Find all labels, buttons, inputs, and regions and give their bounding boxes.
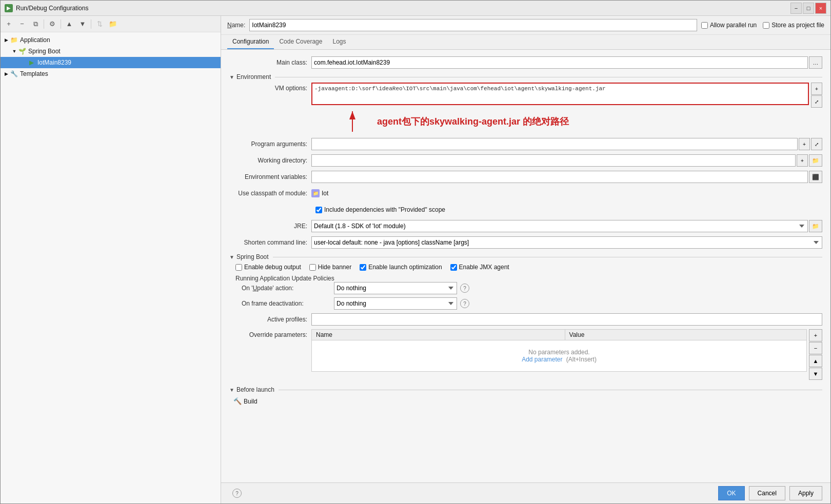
enable-launch-opt-checkbox[interactable]	[360, 264, 366, 271]
enable-debug-checkbox[interactable]	[235, 264, 242, 271]
include-deps-checkbox[interactable]	[315, 207, 322, 213]
move-up-override-button[interactable]: ▲	[809, 355, 822, 367]
store-as-project-checkbox[interactable]	[763, 22, 769, 29]
on-update-row: On 'Update' action: Do nothing Update re…	[242, 282, 822, 294]
environment-section-header: ▼ Environment	[229, 73, 822, 80]
add-override-param-button[interactable]: +	[809, 329, 822, 341]
store-as-project-label[interactable]: Store as project file	[763, 22, 824, 29]
window-title: Run/Debug Configurations	[16, 5, 790, 12]
env-vars-browse-button[interactable]: ⬛	[809, 171, 822, 183]
vm-expand-button[interactable]: +	[811, 83, 822, 95]
use-classpath-row: Use classpath of module: 📁 Iot agent包下的s…	[229, 187, 822, 200]
env-vars-row: Environment variables: ⬛	[229, 170, 822, 184]
toolbar-separator-3	[91, 19, 91, 29]
maximize-button[interactable]: □	[803, 3, 814, 14]
enable-launch-opt-label[interactable]: Enable launch optimization	[360, 264, 442, 271]
override-params-table: Name Value No parameters added. Add pa	[311, 329, 807, 372]
hide-banner-label[interactable]: Hide banner	[309, 264, 351, 271]
spring-boot-checkboxes: Enable debug output Hide banner Enable l…	[235, 264, 822, 271]
include-deps-row: Include dependencies with "Provided" sco…	[315, 203, 822, 216]
settings-button[interactable]: ⚙	[46, 18, 58, 30]
running-policies-title: Running Application Update Policies	[235, 275, 334, 282]
working-dir-browse-button[interactable]: 📁	[809, 154, 822, 167]
tab-code-coverage[interactable]: Code Coverage	[274, 35, 327, 49]
allow-parallel-checkbox[interactable]	[701, 22, 708, 29]
application-folder-icon: 📁	[10, 36, 18, 44]
tree-item-templates[interactable]: ▶ 🔧 Templates	[1, 68, 221, 79]
spring-boot-toggle[interactable]: ▼	[229, 254, 234, 260]
before-launch-section-title: Before launch	[236, 386, 274, 393]
allow-parallel-label[interactable]: Allow parallel run	[701, 22, 757, 29]
minimize-button[interactable]: −	[790, 3, 802, 14]
no-params-text: No parameters added.	[528, 349, 589, 356]
active-profiles-input[interactable]	[311, 313, 822, 326]
apply-button[interactable]: Apply	[789, 486, 822, 500]
move-down-override-button[interactable]: ▼	[809, 368, 822, 380]
add-param-shortcut: (Alt+Insert)	[566, 356, 597, 363]
before-launch-toggle[interactable]: ▼	[229, 387, 234, 393]
name-input[interactable]	[249, 19, 697, 31]
env-vars-input[interactable]	[311, 171, 808, 183]
enable-debug-label[interactable]: Enable debug output	[235, 264, 301, 271]
add-config-button[interactable]: +	[3, 18, 15, 30]
vm-options-input[interactable]: -javaagent:D:\sorf\ideaReo\IOT\src\main\…	[311, 83, 809, 105]
tab-logs[interactable]: Logs	[327, 35, 351, 49]
working-dir-input[interactable]	[311, 154, 796, 167]
application-arrow: ▶	[3, 36, 10, 44]
on-frame-select[interactable]: Do nothing Update resources	[334, 297, 457, 310]
cn-annotation-text: agent包下的skywalking-agent.jar 的绝对路径	[377, 115, 569, 128]
ok-button[interactable]: OK	[718, 486, 744, 500]
on-update-select[interactable]: Do nothing Update resources Update class…	[334, 282, 457, 294]
main-class-input[interactable]	[311, 56, 808, 69]
program-args-expand-button[interactable]: +	[799, 138, 810, 150]
add-param-link[interactable]: Add parameter	[522, 356, 562, 363]
on-frame-help-icon[interactable]: ?	[460, 299, 469, 308]
help-button[interactable]: ?	[232, 489, 242, 498]
window-controls: − □ ×	[790, 3, 826, 14]
hide-banner-text: Hide banner	[318, 264, 351, 271]
on-frame-label: On frame deactivation:	[242, 300, 334, 307]
include-deps-label[interactable]: Include dependencies with "Provided" sco…	[315, 206, 445, 213]
spring-boot-arrow: ▼	[11, 48, 18, 55]
bottom-left: ?	[229, 489, 242, 498]
templates-arrow: ▶	[3, 70, 10, 77]
store-as-project-text: Store as project file	[771, 22, 824, 29]
spring-boot-section-header: ▼ Spring Boot	[229, 253, 822, 260]
tree-item-application[interactable]: ▶ 📁 Application	[1, 34, 221, 46]
tree-item-spring-boot[interactable]: ▼ 🌱 Spring Boot	[1, 46, 221, 57]
tree-item-iotmain[interactable]: ▶ IotMain8239	[1, 57, 221, 68]
classpath-module-name: Iot	[322, 190, 328, 197]
working-dir-expand-button[interactable]: +	[797, 154, 808, 167]
move-up-button[interactable]: ▲	[63, 18, 75, 30]
on-update-help-icon[interactable]: ?	[460, 284, 469, 293]
move-down-button[interactable]: ▼	[76, 18, 89, 30]
enable-jmx-checkbox[interactable]	[450, 264, 457, 271]
override-name-col: Name	[312, 330, 565, 340]
iotmain-label: IotMain8239	[37, 59, 71, 66]
tab-configuration[interactable]: Configuration	[227, 35, 274, 49]
environment-toggle[interactable]: ▼	[229, 74, 234, 80]
remove-config-button[interactable]: −	[16, 18, 28, 30]
jre-select[interactable]: Default (1.8 - SDK of 'Iot' module)	[311, 220, 808, 232]
close-button[interactable]: ×	[815, 3, 826, 14]
templates-icon: 🔧	[10, 70, 18, 78]
remove-override-param-button[interactable]: −	[809, 342, 822, 354]
override-empty-row: No parameters added. Add parameter (Alt+…	[312, 340, 807, 372]
sort-button[interactable]: ⇅	[93, 18, 106, 30]
folder-button[interactable]: 📁	[107, 18, 119, 30]
cancel-button[interactable]: Cancel	[749, 486, 785, 500]
working-dir-row: Working directory: + 📁	[229, 154, 822, 167]
program-args-input[interactable]	[311, 138, 798, 150]
shorten-cmd-select[interactable]: user-local default: none - java [options…	[311, 236, 822, 249]
include-deps-text: Include dependencies with "Provided" sco…	[324, 206, 445, 213]
vm-collapse-button[interactable]: ⤢	[811, 95, 822, 108]
vm-actions: + ⤢	[810, 83, 822, 108]
hide-banner-checkbox[interactable]	[309, 264, 316, 271]
copy-config-button[interactable]: ⧉	[29, 18, 42, 30]
jre-browse-button[interactable]: 📁	[809, 220, 822, 232]
config-tree: ▶ 📁 Application ▼ 🌱 Spring Boot ▶	[1, 32, 221, 503]
program-args-browse-button[interactable]: ⤢	[811, 138, 822, 150]
main-class-browse-button[interactable]: …	[809, 56, 822, 69]
toolbar-separator-1	[44, 19, 44, 29]
enable-jmx-label[interactable]: Enable JMX agent	[450, 264, 509, 271]
